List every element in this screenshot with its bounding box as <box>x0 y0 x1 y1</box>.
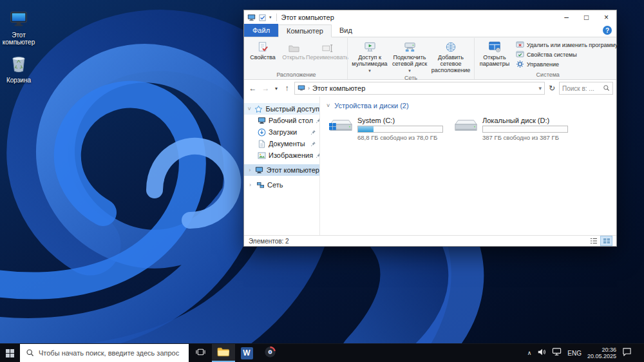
browser-icon <box>264 346 276 361</box>
tab-view[interactable]: Вид <box>332 24 360 37</box>
network-tray-icon[interactable] <box>552 347 562 359</box>
location-icon <box>298 84 305 93</box>
drive-free-space: 387 ГБ свободно из 387 ГБ <box>482 134 568 141</box>
start-button[interactable] <box>0 344 20 362</box>
desktop-icon-this-pc[interactable]: Этот компьютер <box>1 9 37 46</box>
manage-button[interactable]: Управление <box>515 60 618 68</box>
ribbon-group-location: Свойства Открыть <box>245 38 347 79</box>
task-view-button[interactable] <box>189 344 212 362</box>
sidebar-item-pictures[interactable]: Изображения <box>244 149 319 161</box>
documents-icon <box>257 139 266 148</box>
taskbar-app-word[interactable]: W <box>235 344 258 362</box>
this-pc-icon <box>9 9 28 30</box>
button-label: Переименовать <box>306 54 348 61</box>
address-bar: ← → ▾ ↑ › Этот компьютер ▾ ↻ Поиск в: ..… <box>244 80 616 97</box>
chevron-down-icon[interactable]: ˅ <box>247 106 251 112</box>
refresh-button[interactable]: ↻ <box>547 84 557 93</box>
rename-button[interactable]: Переименовать <box>309 38 345 61</box>
action-center-icon[interactable] <box>622 347 632 359</box>
windows-flag-icon <box>329 123 336 130</box>
quick-access-star-icon <box>254 104 263 113</box>
desktop-icon-label: Этот компьютер <box>1 32 37 46</box>
capacity-bar <box>357 126 443 133</box>
taskbar-app-explorer[interactable] <box>212 344 235 362</box>
sidebar-item-quick-access[interactable]: ˅ Быстрый доступ <box>244 103 319 115</box>
sidebar-item-documents[interactable]: Документы <box>244 138 319 149</box>
window-title: Этот компьютер <box>281 14 334 21</box>
dropdown-arrow-icon: ▾ <box>368 68 371 73</box>
open-folder-icon <box>289 40 299 53</box>
history-dropdown-icon[interactable]: ▾ <box>273 86 279 91</box>
pictures-icon <box>257 151 266 160</box>
button-label: Открыть параметры <box>478 54 511 67</box>
pin-icon <box>310 141 316 147</box>
capacity-bar-fill <box>358 126 374 132</box>
pin-icon <box>316 153 320 158</box>
qat-customize-dropdown-icon[interactable]: ▾ <box>269 15 272 20</box>
properties-button[interactable]: Свойства <box>247 38 278 61</box>
sidebar-item-desktop[interactable]: Рабочий стол <box>244 115 319 126</box>
details-view-button[interactable] <box>588 236 599 245</box>
ribbon-group-system: Открыть параметры Удалить или изменить п… <box>474 38 621 79</box>
network-drive-icon <box>404 40 416 53</box>
taskbar-app-browser[interactable] <box>258 344 281 362</box>
breadcrumb[interactable]: Этот компьютер <box>312 84 365 92</box>
group-caption: Расположение <box>247 71 345 79</box>
close-button[interactable]: × <box>596 10 616 24</box>
drive-tile-d[interactable]: Локальный диск (D:) 387 ГБ свободно из 3… <box>454 116 573 141</box>
button-label: Добавить сетевое расположение <box>431 54 470 73</box>
desktop-icon-recycle-bin[interactable]: Корзина <box>1 54 37 84</box>
open-button[interactable]: Открыть <box>278 38 309 61</box>
uninstall-icon <box>515 41 524 49</box>
tab-computer[interactable]: Компьютер <box>278 24 332 37</box>
this-pc-small-icon <box>255 166 264 175</box>
maximize-button[interactable]: □ <box>576 10 596 24</box>
taskbar-search-input[interactable]: Чтобы начать поиск, введите здесь запрос <box>20 344 189 362</box>
qat-properties-icon[interactable] <box>259 14 266 21</box>
rename-icon <box>322 40 333 53</box>
back-button[interactable]: ← <box>247 84 258 93</box>
forward-button[interactable]: → <box>260 84 271 93</box>
explorer-window: ▾ Этот компьютер – □ × Файл Компьютер Ви… <box>243 10 617 247</box>
sidebar-item-this-pc[interactable]: › Этот компьютер <box>244 164 319 176</box>
minimize-button[interactable]: – <box>556 10 576 24</box>
windows-logo-icon <box>6 349 14 357</box>
up-button[interactable]: ↑ <box>281 84 292 93</box>
ribbon-group-network: Доступ к мультимедиа ▾ Подключить сетево… <box>347 38 474 79</box>
file-list-area: ˅ Устройства и диски (2) <box>320 97 616 235</box>
open-settings-button[interactable]: Открыть параметры <box>477 38 513 68</box>
chevron-right-icon[interactable]: › <box>247 182 253 188</box>
media-access-button[interactable]: Доступ к мультимедиа ▾ <box>350 38 390 75</box>
volume-icon[interactable] <box>537 347 546 359</box>
media-access-icon <box>364 40 376 53</box>
chevron-down-icon[interactable]: ˅ <box>327 102 330 109</box>
ribbon-tabs: Файл Компьютер Вид ? <box>244 24 616 37</box>
ribbon: Свойства Открыть <box>244 37 616 80</box>
tray-overflow-chevron-icon[interactable]: ∧ <box>527 350 532 356</box>
network-icon <box>256 180 265 189</box>
sidebar-item-downloads[interactable]: Загрузки <box>244 126 319 138</box>
taskbar-clock[interactable]: 20:36 20.05.2025 <box>587 347 616 360</box>
icons-view-button[interactable] <box>601 236 612 245</box>
qat-divider <box>276 14 277 21</box>
add-network-location-button[interactable]: Добавить сетевое расположение <box>430 38 472 74</box>
chevron-right-icon[interactable]: › <box>247 167 252 173</box>
search-input[interactable]: Поиск в: ... <box>559 82 613 95</box>
title-bar: ▾ Этот компьютер – □ × <box>244 10 616 24</box>
uninstall-program-button[interactable]: Удалить или изменить программу <box>515 41 618 49</box>
search-placeholder: Поиск в: ... <box>562 85 601 92</box>
devices-and-drives-header[interactable]: ˅ Устройства и диски (2) <box>327 102 611 110</box>
tab-file[interactable]: Файл <box>244 24 278 37</box>
drive-tile-c[interactable]: System (C:) 68,8 ГБ свободно из 78,0 ГБ <box>329 116 448 141</box>
system-properties-button[interactable]: Свойства системы <box>515 50 618 59</box>
language-indicator[interactable]: ENG <box>567 350 582 357</box>
items-count: Элементов: 2 <box>249 238 289 245</box>
help-button[interactable]: ? <box>603 26 612 35</box>
map-network-drive-button[interactable]: Подключить сетевой диск ▾ <box>390 38 430 75</box>
breadcrumb-chevron-icon[interactable]: › <box>308 85 310 91</box>
search-icon <box>26 348 34 358</box>
sidebar-item-network[interactable]: › Сеть <box>244 179 319 191</box>
address-dropdown-icon[interactable]: ▾ <box>538 85 542 91</box>
network-location-icon <box>445 40 457 53</box>
address-input[interactable]: › Этот компьютер ▾ <box>294 82 545 95</box>
